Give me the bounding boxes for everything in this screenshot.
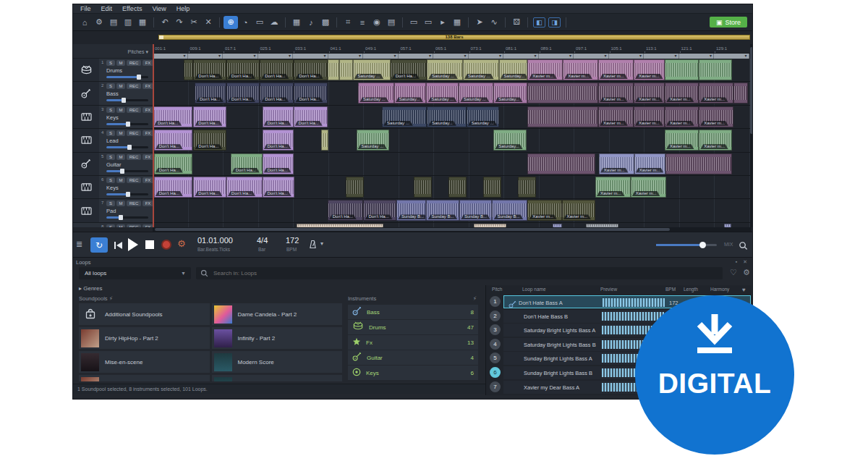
audio-clip[interactable] [448, 177, 467, 198]
rec-button[interactable]: REC [127, 154, 141, 160]
home-icon[interactable]: ⌂ [77, 16, 92, 29]
fx-button[interactable]: FX [142, 130, 153, 136]
visualizer-icon[interactable]: ⌗ [341, 16, 355, 29]
track-lane-7[interactable]: Don't Ha...Don't Ha...Sunday B...Sunday … [153, 199, 752, 222]
rec-button[interactable]: REC [127, 83, 141, 89]
play-button[interactable] [128, 238, 138, 251]
loop-grid-icon[interactable]: ▦ [289, 16, 304, 29]
track-header-drums-1[interactable]: 1SMRECFXDrums [73, 59, 153, 82]
pitch-cell[interactable]: ▾ [188, 54, 224, 59]
audio-clip[interactable]: Saturday ... [463, 59, 499, 80]
pitch-circle[interactable]: 5 [490, 352, 501, 363]
audio-clip[interactable]: Don't Ha... [263, 106, 294, 127]
audio-clip[interactable]: Xavier m... [527, 59, 563, 80]
pitches-header[interactable]: Pitches ▾ [73, 44, 153, 59]
audio-clip[interactable]: Don't Ha... [260, 83, 294, 104]
s-button[interactable]: S [106, 130, 115, 136]
time-signature-value[interactable]: 4/4 [257, 236, 268, 245]
audio-clip[interactable]: Xavier m... [665, 83, 699, 104]
arrange-list-icon[interactable]: ≣ [76, 240, 82, 249]
fx-button[interactable]: FX [142, 83, 153, 89]
audio-clip[interactable]: Don't Ha... [153, 106, 192, 127]
audio-clip[interactable]: Saturday... [493, 130, 527, 151]
pitch-cell[interactable]: ▾ [644, 54, 679, 59]
track-header-keys-3[interactable]: 3SMRECFXKeys [73, 106, 153, 129]
audio-clip[interactable] [699, 59, 732, 80]
pitch-cell[interactable]: ▾ [714, 54, 749, 59]
volume-knob[interactable] [126, 192, 130, 197]
audio-clip[interactable]: Xavier m... [665, 106, 699, 127]
audio-clip[interactable] [184, 59, 193, 80]
track-volume-slider[interactable] [106, 76, 148, 78]
audio-clip[interactable] [518, 177, 536, 198]
soundpool-item[interactable] [212, 375, 343, 381]
pitch-cell[interactable]: ▾ [574, 54, 609, 59]
audio-clip[interactable]: Sunday B... [492, 200, 527, 221]
delete-icon[interactable]: ✕ [201, 16, 216, 29]
menu-edit[interactable]: Edit [97, 4, 117, 13]
audio-clip[interactable]: Don't Ha... [193, 130, 226, 151]
rec-button[interactable]: REC [127, 200, 141, 206]
track-volume-slider[interactable] [106, 123, 148, 125]
vertical-scrollbar[interactable] [750, 44, 753, 227]
track-header-guitar-5[interactable]: 5SMRECFXGuitar [73, 153, 153, 176]
store-button[interactable]: ▣ Store [710, 17, 747, 28]
pitch-cell[interactable]: ▾ [609, 54, 644, 59]
audio-clip[interactable] [527, 106, 598, 127]
loops-settings-gear-icon[interactable]: ⚙ [743, 268, 750, 277]
rec-button[interactable]: REC [127, 177, 141, 183]
track-volume-slider[interactable] [106, 146, 148, 148]
select-cursor-icon[interactable]: ➤ [472, 16, 487, 29]
pitch-cell[interactable]: ▾ [363, 54, 399, 59]
range-tool-icon[interactable]: ▭ [252, 16, 267, 29]
pitch-cell[interactable]: ▾ [328, 54, 364, 59]
m-button[interactable]: M [116, 60, 125, 66]
audio-clip[interactable]: Xavier m... [562, 200, 595, 221]
track-header-lead-4[interactable]: 4SMRECFXLead [73, 129, 153, 152]
m-button[interactable]: M [116, 107, 125, 113]
audio-clip[interactable]: Don't Ha... [193, 177, 226, 198]
fx-button[interactable]: FX [142, 177, 153, 183]
search-input[interactable] [212, 269, 646, 277]
pitch-circle[interactable]: 3 [490, 324, 501, 335]
audio-clip[interactable]: Sunday B... [426, 200, 459, 221]
audio-clip[interactable]: Saturday ... [459, 83, 493, 104]
panel-pin-close-icons[interactable]: ▪ ✕ [736, 259, 749, 265]
audio-clip[interactable]: Xavier m... [665, 130, 699, 151]
audio-clip[interactable]: Xavier m... [563, 59, 598, 80]
audio-clip[interactable]: Don't Ha... [226, 83, 260, 104]
mastering-icon[interactable]: ◉ [370, 16, 384, 29]
track-lane-1[interactable]: Don't Ha...Don't Ha...Don't Ha...Don't H… [153, 59, 752, 82]
metronome-dropdown-caret[interactable]: ▾ [320, 240, 323, 247]
audio-clip[interactable]: Saturday ... [426, 83, 459, 104]
audio-clip[interactable] [346, 177, 364, 198]
s-button[interactable]: S [106, 107, 115, 113]
stop-button[interactable] [145, 240, 154, 249]
audio-clip[interactable]: Don't Ha... [154, 153, 192, 174]
loop-filter-dropdown[interactable]: All loops▼ [79, 267, 191, 279]
panel-bottom-toggle-icon[interactable]: ◨ [548, 17, 561, 28]
panel-left-toggle-icon[interactable]: ◧ [533, 17, 545, 28]
audio-clip[interactable]: Don't Ha... [263, 153, 294, 174]
soundpool-item[interactable]: Dirty HipHop - Part 2 [79, 327, 210, 349]
m-button[interactable]: M [116, 200, 125, 206]
audio-clip[interactable]: Saturday ... [357, 130, 390, 151]
mixer-icon[interactable]: ≡ [355, 16, 370, 29]
pitch-cell[interactable]: ▾ [153, 54, 188, 59]
loop-waveform-preview[interactable] [603, 298, 665, 307]
move-tool-icon[interactable]: ⊕ [224, 16, 238, 29]
audio-clip[interactable]: Saturday ... [427, 59, 463, 80]
mix-slider-knob[interactable] [699, 242, 706, 248]
instrument-row-bass[interactable]: Bass8 [348, 305, 478, 319]
rec-button[interactable]: REC [127, 107, 141, 113]
audio-clip[interactable] [414, 177, 432, 198]
rec-button[interactable]: REC [127, 130, 141, 136]
audio-clip[interactable]: Xavier m... [634, 59, 665, 80]
column-header-length[interactable]: Length [684, 287, 698, 292]
audio-clip[interactable]: Don't Ha... [263, 130, 294, 151]
midi-editor-icon[interactable]: ♪ [304, 16, 318, 29]
track-header-partial-8[interactable]: 8SMRECFX [73, 223, 153, 227]
menu-file[interactable]: File [76, 4, 95, 13]
audio-clip[interactable]: Xavier m... [599, 153, 634, 174]
audio-clip[interactable] [339, 59, 352, 80]
